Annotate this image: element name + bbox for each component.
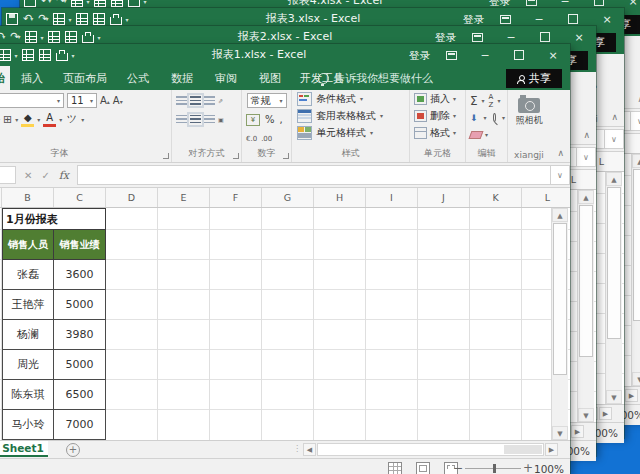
column-header-K[interactable]: K bbox=[470, 188, 522, 207]
table-grid-icon[interactable] bbox=[94, 0, 106, 7]
ribbon-tab-4[interactable]: 公式 bbox=[116, 66, 160, 90]
scroll-up-icon[interactable]: ▲ bbox=[578, 190, 594, 204]
merge-center-icon[interactable]: ▣ bbox=[218, 116, 224, 123]
currency-icon[interactable]: ¥ bbox=[246, 114, 260, 126]
ribbon-tab-5[interactable]: 数据 bbox=[160, 66, 204, 90]
formula-input[interactable] bbox=[77, 165, 550, 185]
vertical-scrollbar[interactable]: ▲ ▼ bbox=[577, 190, 594, 422]
font-size-select[interactable]: 11▾ bbox=[67, 93, 97, 108]
table-cell[interactable]: 7000 bbox=[54, 410, 106, 440]
table-cell[interactable]: 3980 bbox=[54, 320, 106, 350]
scroll-down-icon[interactable]: ▼ bbox=[552, 426, 568, 440]
dialog-launcher-icon[interactable] bbox=[283, 153, 289, 159]
scrollbar-thumb[interactable] bbox=[633, 169, 640, 321]
redo-icon[interactable]: ↷▾ bbox=[38, 13, 48, 25]
ribbon-display-options-icon[interactable] bbox=[434, 44, 468, 66]
align-center-icon[interactable] bbox=[190, 115, 201, 124]
insert-cells-button[interactable]: 插入▾ bbox=[410, 90, 465, 107]
redo-icon[interactable]: ↷▾ bbox=[56, 0, 66, 7]
column-header-H[interactable]: H bbox=[314, 188, 366, 207]
scroll-down-icon[interactable]: ▼ bbox=[632, 372, 640, 386]
ribbon-tab-1[interactable]: 开始 bbox=[0, 66, 10, 90]
fill-color-dropdown-icon[interactable]: ▾ bbox=[37, 116, 40, 123]
table-grid-icon[interactable] bbox=[48, 31, 60, 43]
undo-icon[interactable]: ↶▾ bbox=[23, 13, 33, 25]
printer-icon[interactable] bbox=[110, 17, 122, 25]
table-cell[interactable]: 陈东琪 bbox=[2, 380, 54, 410]
ribbon-tab-6[interactable]: 审阅 bbox=[204, 66, 248, 90]
table-cell[interactable]: 马小玲 bbox=[2, 410, 54, 440]
align-bottom-icon[interactable] bbox=[204, 96, 215, 105]
column-header-I[interactable]: I bbox=[366, 188, 418, 207]
formula-expand-icon[interactable]: ∨ bbox=[604, 129, 624, 149]
table-grid-icon[interactable] bbox=[111, 0, 123, 7]
redo-icon[interactable]: ↷▾ bbox=[10, 31, 20, 43]
column-header-L[interactable]: L bbox=[522, 188, 570, 207]
sign-in-button[interactable]: 登录 bbox=[409, 44, 430, 66]
minimize-icon[interactable]: ─ bbox=[468, 44, 502, 66]
zoom-in-icon[interactable]: + bbox=[523, 462, 533, 474]
table-grid-icon[interactable] bbox=[25, 31, 37, 43]
close-icon[interactable]: × bbox=[536, 44, 570, 66]
hscroll-thumb[interactable] bbox=[504, 445, 542, 454]
printer-icon[interactable] bbox=[56, 53, 68, 61]
cell-styles-button[interactable]: 单元格样式▾ bbox=[292, 124, 409, 141]
grow-font-icon[interactable]: A▴ bbox=[100, 95, 110, 106]
ribbon-tab-7[interactable]: 视图 bbox=[248, 66, 292, 90]
scroll-up-icon[interactable]: ▲ bbox=[606, 172, 622, 186]
table-cell[interactable]: 5000 bbox=[54, 290, 106, 320]
ribbon-collapse-icon[interactable]: ∧ bbox=[583, 130, 590, 140]
printer-icon[interactable] bbox=[82, 35, 94, 43]
align-left-icon[interactable] bbox=[176, 115, 187, 124]
scroll-down-icon[interactable]: ▼ bbox=[606, 390, 622, 404]
ribbon-collapse-icon[interactable]: ∧ bbox=[557, 148, 564, 158]
worksheet-grid[interactable]: 1月份报表 销售人员销售业绩 张磊3600王艳萍5000杨澜3980周光5000… bbox=[0, 208, 570, 440]
qat-customize-icon[interactable]: ▾ bbox=[71, 52, 74, 59]
save-icon[interactable] bbox=[24, 0, 36, 7]
formula-expand-icon[interactable]: ∨ bbox=[630, 111, 640, 131]
insert-function-icon[interactable]: fx bbox=[59, 169, 69, 182]
vertical-scrollbar[interactable]: ▲ ▼ bbox=[551, 208, 568, 440]
table-cell[interactable]: 张磊 bbox=[2, 260, 54, 290]
scrollbar-thumb[interactable] bbox=[553, 223, 567, 375]
table-grid-icon[interactable] bbox=[71, 0, 83, 7]
number-format-select[interactable]: 常规▾ bbox=[247, 93, 287, 108]
table-header-cell[interactable]: 销售人员 bbox=[2, 230, 54, 260]
table-grid-icon[interactable] bbox=[53, 13, 65, 25]
table-grid-icon[interactable] bbox=[22, 49, 34, 61]
formula-enter-icon[interactable]: ✓ bbox=[41, 170, 49, 181]
column-header-F[interactable]: F bbox=[210, 188, 262, 207]
comma-icon[interactable]: , bbox=[280, 114, 283, 125]
decrease-decimal-icon[interactable]: .00 bbox=[261, 135, 272, 143]
column-header-E[interactable]: E bbox=[158, 188, 210, 207]
autosum-icon[interactable]: Σ bbox=[470, 94, 478, 108]
table-grid-icon[interactable] bbox=[0, 49, 11, 61]
fill-color-icon[interactable]: ◆ bbox=[21, 113, 34, 127]
table-cell[interactable]: 周光 bbox=[2, 350, 54, 380]
align-right-icon[interactable] bbox=[204, 115, 215, 124]
shrink-font-icon[interactable]: A▾ bbox=[113, 95, 123, 106]
sort-filter-icon[interactable]: AZ bbox=[489, 93, 494, 109]
view-page-layout-icon[interactable] bbox=[416, 462, 430, 474]
delete-cells-button[interactable]: 删除▾ bbox=[410, 107, 465, 124]
table-cell[interactable]: 3600 bbox=[54, 260, 106, 290]
zoom-thumb[interactable] bbox=[493, 464, 496, 473]
zoom-level[interactable]: 100% bbox=[534, 459, 564, 474]
table-grid-icon[interactable] bbox=[93, 13, 105, 25]
formula-expand-icon[interactable]: ∨ bbox=[550, 165, 570, 185]
scroll-right-icon[interactable]: ▶ bbox=[545, 443, 558, 456]
column-header-D[interactable]: D bbox=[106, 188, 158, 207]
scroll-left-icon[interactable]: ◀ bbox=[303, 443, 316, 456]
maximize-icon[interactable] bbox=[502, 44, 536, 66]
vertical-scrollbar[interactable]: ▲ ▼ bbox=[631, 154, 640, 386]
percent-icon[interactable]: % bbox=[265, 114, 275, 125]
qat-customize-icon[interactable]: ▾ bbox=[143, 0, 146, 5]
horizontal-scrollbar[interactable]: ⋮ ◀ ▶ bbox=[303, 443, 540, 456]
scroll-up-icon[interactable]: ▲ bbox=[632, 154, 640, 168]
column-header-C[interactable]: C bbox=[54, 188, 106, 207]
table-grid-icon[interactable] bbox=[39, 49, 51, 61]
column-header-G[interactable]: G bbox=[262, 188, 314, 207]
sheet-tab[interactable]: Sheet1 bbox=[0, 441, 48, 457]
scroll-down-icon[interactable]: ▼ bbox=[578, 408, 594, 422]
font-color-dropdown-icon[interactable]: ▾ bbox=[59, 116, 62, 123]
